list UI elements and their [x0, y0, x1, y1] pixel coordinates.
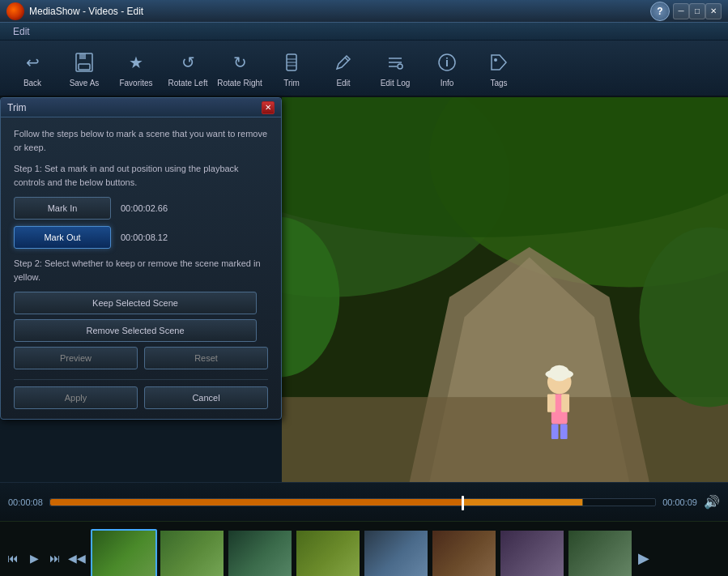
mark-out-button[interactable]: Mark Out	[14, 226, 111, 249]
volume-icon[interactable]: 🔊	[704, 494, 720, 510]
playback-controls: ⏮ ▶ ⏭ ◀◀	[5, 552, 84, 565]
timeline-playhead[interactable]	[462, 496, 464, 510]
thumbnail-5[interactable]	[363, 529, 429, 577]
thumbnail-4[interactable]	[295, 529, 361, 577]
trim-title-bar: Trim ✕	[1, 98, 281, 117]
back-icon: ↩	[19, 49, 45, 75]
rewind-button[interactable]: ◀◀	[68, 552, 84, 565]
mark-in-row: Mark In 00:00:02.66	[14, 197, 268, 220]
svg-rect-22	[547, 394, 556, 412]
toolbar-rotate-left[interactable]: ↺ Rotate Left	[164, 44, 212, 92]
svg-point-11	[398, 64, 402, 69]
menu-bar: Edit	[0, 23, 728, 41]
trim-icon	[279, 49, 304, 75]
keep-scene-button[interactable]: Keep Selected Scene	[14, 292, 257, 314]
svg-rect-1	[79, 53, 86, 59]
divider	[14, 379, 268, 380]
thumb-image-6	[432, 531, 496, 577]
timeline-start-time: 00:00:08	[8, 497, 43, 507]
toolbar-edit-log[interactable]: Edit Log	[371, 44, 419, 92]
maximize-button[interactable]: □	[689, 3, 705, 19]
thumbnail-3[interactable]	[227, 529, 293, 577]
trim-description: Follow the steps below to mark a scene t…	[14, 127, 268, 154]
toolbar: ↩ Back Save As ★ Favorites ↺ Rotate Left…	[0, 41, 728, 97]
cancel-button[interactable]: Cancel	[144, 386, 268, 409]
info-icon: i	[434, 49, 460, 75]
help-button[interactable]: ?	[650, 2, 670, 21]
skip-to-start-button[interactable]: ⏮	[5, 552, 21, 565]
filmstrip: ⏮ ▶ ⏭ ◀◀	[0, 521, 728, 576]
apply-cancel-row: Apply Cancel	[14, 386, 268, 409]
svg-point-14	[494, 58, 497, 62]
timeline-bar: 00:00:08 00:00:09 🔊	[0, 482, 728, 521]
filmstrip-next-button[interactable]: ▶	[635, 549, 653, 567]
favorites-icon: ★	[123, 49, 149, 75]
thumb-image-5	[364, 531, 428, 577]
reset-button[interactable]: Reset	[144, 347, 268, 369]
preview-button[interactable]: Preview	[14, 347, 138, 369]
title-text: MediaShow - Videos - Edit	[29, 6, 650, 17]
toolbar-edit[interactable]: Edit	[319, 44, 368, 92]
mark-out-row: Mark Out 00:00:08.12	[14, 226, 268, 249]
thumb-frame-3[interactable]	[227, 529, 293, 577]
main-content: Trim ✕ Follow the steps below to mark a …	[0, 97, 728, 482]
thumbnail-8[interactable]	[567, 529, 633, 577]
svg-rect-2	[79, 64, 90, 70]
rotate-right-icon: ↻	[227, 49, 253, 75]
thumb-frame-6[interactable]	[431, 529, 497, 577]
thumbnail-7[interactable]	[499, 529, 565, 577]
trim-close-button[interactable]: ✕	[262, 101, 275, 114]
thumb-frame-1[interactable]	[91, 529, 157, 577]
svg-rect-24	[551, 424, 559, 439]
trim-step2: Step 2: Select whether to keep or remove…	[14, 257, 268, 284]
thumb-frame-8[interactable]	[567, 529, 633, 577]
svg-point-27	[549, 365, 569, 382]
app-logo	[6, 2, 24, 20]
timeline-selection	[462, 499, 582, 506]
mark-out-time: 00:00:08.12	[121, 233, 168, 242]
thumb-frame-7[interactable]	[499, 529, 565, 577]
trim-title: Trim	[7, 102, 262, 113]
toolbar-favorites[interactable]: ★ Favorites	[112, 44, 160, 92]
title-bar: MediaShow - Videos - Edit ? ─ □ ✕	[0, 0, 728, 23]
toolbar-back[interactable]: ↩ Back	[8, 44, 57, 92]
thumb-image-8	[568, 531, 632, 577]
thumb-image-2	[160, 531, 224, 577]
trim-step1: Step 1: Set a mark in and out position u…	[14, 162, 268, 189]
trim-body: Follow the steps below to mark a scene t…	[1, 117, 281, 419]
remove-scene-button[interactable]: Remove Selected Scene	[14, 319, 257, 342]
timeline-end-time: 00:00:09	[662, 497, 697, 507]
edit-log-icon	[382, 49, 408, 75]
mark-in-button[interactable]: Mark In	[14, 197, 111, 220]
timeline-track[interactable]	[49, 498, 656, 506]
svg-rect-19	[282, 397, 728, 482]
toolbar-rotate-right[interactable]: ↻ Rotate Right	[215, 44, 264, 92]
play-button[interactable]: ▶	[26, 552, 42, 565]
thumb-image-7	[500, 531, 564, 577]
thumb-frame-4[interactable]	[295, 529, 361, 577]
thumbnail-6[interactable]	[431, 529, 497, 577]
apply-button[interactable]: Apply	[14, 386, 138, 409]
video-preview	[282, 97, 728, 482]
thumb-image-4	[296, 531, 360, 577]
svg-point-18	[282, 97, 728, 237]
thumb-image-3	[228, 531, 292, 577]
thumb-frame-5[interactable]	[363, 529, 429, 577]
toolbar-save-as[interactable]: Save As	[60, 44, 109, 92]
svg-rect-23	[561, 394, 569, 412]
save-as-icon	[71, 49, 97, 75]
toolbar-tags[interactable]: Tags	[475, 44, 523, 92]
thumbnail-1[interactable]	[91, 529, 157, 577]
tags-icon	[486, 49, 512, 75]
rotate-left-icon: ↺	[175, 49, 201, 75]
toolbar-trim[interactable]: Trim	[267, 44, 316, 92]
mark-in-time: 00:00:02.66	[121, 203, 168, 213]
skip-to-end-button[interactable]: ⏭	[47, 552, 63, 565]
thumbnail-2[interactable]	[159, 529, 225, 577]
menu-edit[interactable]: Edit	[6, 24, 36, 39]
minimize-button[interactable]: ─	[673, 3, 689, 19]
toolbar-info[interactable]: i Info	[423, 44, 471, 92]
thumb-frame-2[interactable]	[159, 529, 225, 577]
trim-dialog: Trim ✕ Follow the steps below to mark a …	[0, 97, 282, 420]
close-button[interactable]: ✕	[705, 3, 722, 19]
